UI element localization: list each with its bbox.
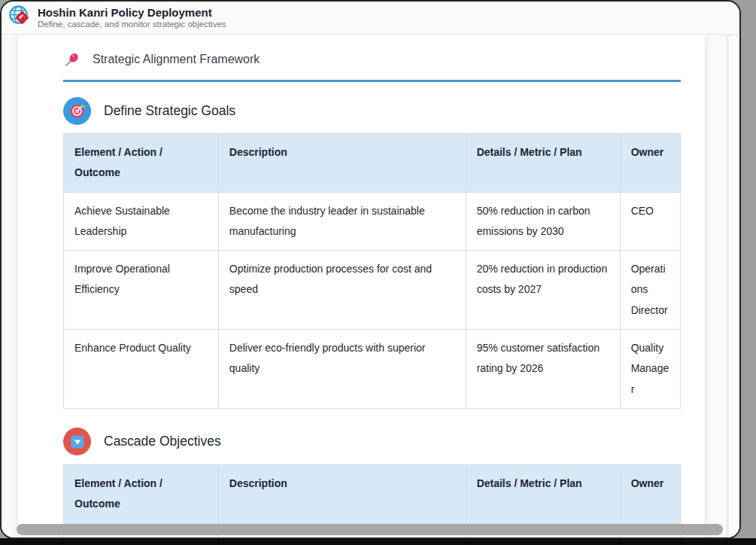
col-header-description: Description <box>218 134 466 193</box>
cell-description: Optimize production processes for cost a… <box>218 251 466 330</box>
pushpin-icon <box>63 50 81 69</box>
cascade-table-header-row: Element / Action / Outcome Description D… <box>64 464 681 523</box>
app-title: Hoshin Kanri Policy Deployment <box>38 6 226 20</box>
col-header-element: Element / Action / Outcome <box>64 464 219 523</box>
cell-element: Enhance Product Quality <box>64 330 219 409</box>
app-header-text: Hoshin Kanri Policy Deployment Define, c… <box>38 5 226 31</box>
section-cascade-objectives: Cascade Objectives Element / Action / Ou… <box>63 427 681 537</box>
cell-description: Deliver eco-friendly products with super… <box>218 330 466 409</box>
goals-section-title: Define Strategic Goals <box>104 103 235 119</box>
section-define-strategic-goals: Define Strategic Goals Element / Action … <box>63 96 681 409</box>
cell-details: 95% customer satisfaction rating by 2026 <box>466 330 620 409</box>
col-header-details: Details / Metric / Plan <box>466 464 620 523</box>
goals-section-header: Define Strategic Goals <box>63 96 681 126</box>
col-header-element: Element / Action / Outcome <box>64 134 219 193</box>
cell-details: 50% reduction in carbon emissions by 203… <box>466 192 620 251</box>
app-window: Hoshin Kanri Policy Deployment Define, c… <box>0 0 741 539</box>
table-row: Enhance Product Quality Deliver eco-frie… <box>64 330 681 409</box>
content-area: Strategic Alignment Framework <box>2 35 739 537</box>
col-header-owner: Owner <box>620 134 680 193</box>
goals-table-header-row: Element / Action / Outcome Description D… <box>64 134 681 193</box>
cell-owner: Operations Director <box>620 251 680 330</box>
cell-owner: CEO <box>620 192 680 251</box>
cascade-section-title: Cascade Objectives <box>104 434 221 449</box>
cell-description: Become the industry leader in sustainabl… <box>218 192 466 251</box>
accent-divider <box>63 80 681 82</box>
framework-title: Strategic Alignment Framework <box>93 53 260 66</box>
cell-element: Improve Operational Efficiency <box>64 251 219 330</box>
vertical-scrollbar[interactable] <box>727 35 739 537</box>
target-icon <box>63 97 91 125</box>
col-header-owner: Owner <box>620 464 680 523</box>
table-row: Improve Operational Efficiency Optimize … <box>64 251 681 330</box>
desktop-background <box>0 538 756 545</box>
cell-details: 20% reduction in production costs by 202… <box>466 251 620 330</box>
framework-header: Strategic Alignment Framework <box>63 47 681 71</box>
col-header-details: Details / Metric / Plan <box>466 134 620 193</box>
horizontal-scrollbar-thumb[interactable] <box>17 524 723 535</box>
table-row: Achieve Sustainable Leadership Become th… <box>64 192 681 251</box>
vertical-scrollbar-thumb[interactable] <box>729 35 738 537</box>
down-button-icon <box>63 428 91 455</box>
goals-table: Element / Action / Outcome Description D… <box>63 133 681 409</box>
cell-owner: Quality Manager <box>620 330 680 409</box>
app-header: Hoshin Kanri Policy Deployment Define, c… <box>2 2 739 35</box>
content-card: Strategic Alignment Framework <box>18 35 705 537</box>
cascade-section-header: Cascade Objectives <box>63 427 681 457</box>
col-header-description: Description <box>218 464 466 523</box>
cell-element: Achieve Sustainable Leadership <box>64 192 219 251</box>
app-subtitle: Define, cascade, and monitor strategic o… <box>38 20 226 30</box>
app-logo-icon <box>7 4 33 30</box>
